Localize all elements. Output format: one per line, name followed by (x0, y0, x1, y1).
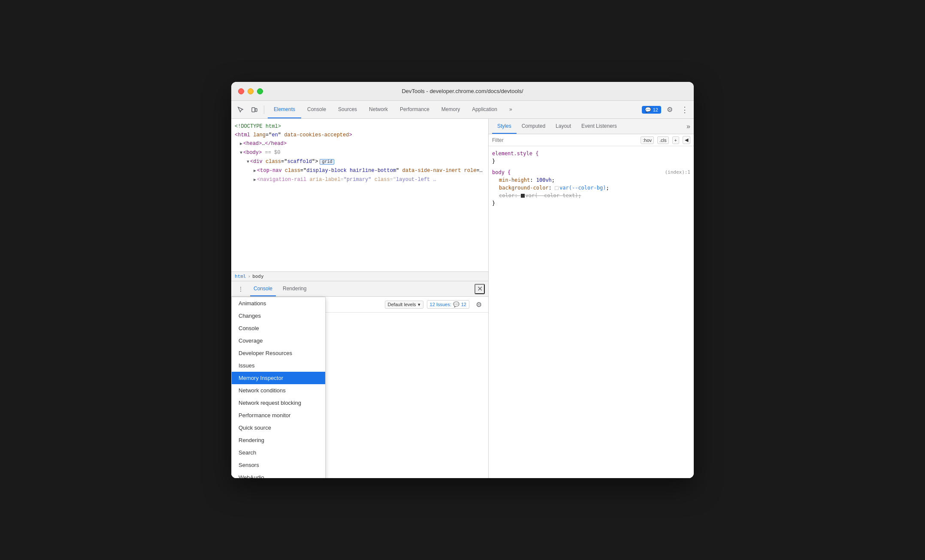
add-style-button[interactable]: + (672, 136, 679, 144)
window-title: DevTools - developer.chrome.com/docs/dev… (402, 88, 523, 94)
svg-rect-1 (255, 108, 257, 111)
close-drawer-button[interactable]: ✕ (475, 284, 485, 294)
hov-button[interactable]: :hov (641, 136, 654, 144)
console-settings-button[interactable]: ⚙ (473, 298, 485, 310)
top-toolbar: Elements Console Sources Network Perform… (231, 101, 694, 119)
drawer-dropdown: Animations Changes Console Coverage (231, 297, 326, 478)
levels-dropdown[interactable]: Default levels ▾ (385, 301, 423, 309)
dropdown-item-changes[interactable]: Changes (232, 310, 325, 322)
toolbar-divider (264, 105, 264, 114)
maximize-button[interactable] (257, 88, 263, 94)
title-bar: DevTools - developer.chrome.com/docs/dev… (231, 82, 694, 101)
bottom-panel: ⋮ Console Rendering ✕ Animations (231, 281, 488, 478)
tab-console[interactable]: Console (301, 101, 332, 118)
right-panel: Styles Computed Layout Event Listeners » (489, 119, 694, 478)
element-style-block: element.style { } (492, 150, 690, 165)
main-area: <!DOCTYPE html> <html lang="en" data-coo… (231, 119, 694, 478)
color-swatch-text[interactable] (521, 194, 525, 198)
dropdown-item-webaudio[interactable]: WebAudio (232, 471, 325, 478)
dropdown-item-console[interactable]: Console (232, 322, 325, 334)
devtools-window: DevTools - developer.chrome.com/docs/dev… (231, 82, 694, 478)
styles-content: element.style { } body { (index):1 (489, 146, 694, 478)
svg-rect-0 (252, 108, 255, 112)
inspect-element-button[interactable] (235, 104, 247, 116)
drawer-menu-button[interactable]: ⋮ (235, 283, 247, 295)
styles-tab-bar: Styles Computed Layout Event Listeners » (489, 119, 694, 134)
dom-line[interactable]: ▶<head>…</head> (231, 139, 488, 148)
dropdown-item-network-request-blocking[interactable]: Network request blocking (232, 397, 325, 409)
dom-line[interactable]: ▼<div class="scaffold">grid (231, 157, 488, 166)
tab-bar: Elements Console Sources Network Perform… (268, 101, 640, 118)
issues-icon-small: 💬 (453, 301, 459, 307)
dropdown-item-quick-source[interactable]: Quick source (232, 422, 325, 434)
dropdown-item-developer-resources[interactable]: Developer Resources (232, 347, 325, 359)
toolbar-right: 💬 12 ⚙ ⋮ (642, 104, 690, 116)
styles-tab-styles[interactable]: Styles (492, 119, 517, 134)
cls-button[interactable]: .cls (657, 136, 669, 144)
breadcrumb: html › body (231, 271, 488, 281)
bottom-tab-rendering[interactable]: Rendering (279, 281, 310, 296)
dropdown-item-animations[interactable]: Animations (232, 297, 325, 310)
chevron-down-icon: ▾ (418, 302, 420, 307)
bottom-tab-console[interactable]: Console (250, 281, 276, 296)
toggle-sidebar-button[interactable]: ◀ (683, 136, 690, 144)
issues-icon: 💬 (645, 107, 651, 113)
dom-line[interactable]: ▶<top-nav class="display-block hairline-… (231, 166, 488, 175)
dropdown-item-rendering[interactable]: Rendering (232, 434, 325, 446)
dropdown-item-performance-monitor[interactable]: Performance monitor (232, 409, 325, 422)
dom-line[interactable]: <html lang="en" data-cookies-accepted> (231, 131, 488, 139)
body-rule-block: body { (index):1 min-height: 100vh; back… (492, 169, 690, 207)
body-rule-props: min-height: 100vh; background-color: var… (492, 176, 690, 199)
tab-network[interactable]: Network (363, 101, 394, 118)
close-button[interactable] (238, 88, 244, 94)
console-issues-badge[interactable]: 12 Issues: 💬 12 (427, 300, 469, 309)
issues-badge[interactable]: 💬 12 (642, 106, 661, 114)
dropdown-item-network-conditions[interactable]: Network conditions (232, 384, 325, 397)
more-options-button[interactable]: ⋮ (678, 104, 690, 116)
dom-line: <!DOCTYPE html> (231, 122, 488, 131)
device-toolbar-button[interactable] (248, 104, 260, 116)
element-style-close: } (492, 157, 690, 165)
element-style-selector: element.style { (492, 150, 690, 157)
styles-tab-more[interactable]: » (686, 123, 690, 130)
breadcrumb-html[interactable]: html (235, 274, 246, 279)
devtools-panel: Elements Console Sources Network Perform… (231, 101, 694, 478)
tab-elements[interactable]: Elements (268, 101, 301, 118)
dropdown-item-search[interactable]: Search (232, 446, 325, 459)
color-swatch-bg[interactable] (555, 186, 559, 190)
tab-more[interactable]: » (503, 101, 518, 118)
left-panel: <!DOCTYPE html> <html lang="en" data-coo… (231, 119, 489, 478)
breadcrumb-body[interactable]: body (252, 274, 264, 279)
styles-filter-input[interactable] (492, 137, 637, 143)
dom-tree[interactable]: <!DOCTYPE html> <html lang="en" data-coo… (231, 119, 488, 271)
tab-sources[interactable]: Sources (332, 101, 363, 118)
tab-application[interactable]: Application (466, 101, 503, 118)
styles-tab-computed[interactable]: Computed (517, 119, 550, 134)
dropdown-item-issues[interactable]: Issues (232, 359, 325, 372)
dropdown-item-memory-inspector[interactable]: Memory Inspector (232, 372, 325, 384)
tab-memory[interactable]: Memory (435, 101, 466, 118)
dropdown-item-sensors[interactable]: Sensors (232, 459, 325, 471)
dropdown-item-coverage[interactable]: Coverage (232, 334, 325, 347)
dom-line[interactable]: ▼<body> == $0 (231, 148, 488, 157)
bottom-toolbar: ⋮ Console Rendering ✕ Animations (231, 281, 488, 297)
body-rule-selector-line: body { (index):1 (492, 169, 690, 176)
dom-line[interactable]: ▶<navigation-rail aria-label="primary" c… (231, 175, 488, 184)
styles-tab-event-listeners[interactable]: Event Listeners (576, 119, 622, 134)
traffic-lights (238, 88, 263, 94)
settings-button[interactable]: ⚙ (664, 104, 676, 116)
body-rule-close: } (492, 199, 690, 207)
tab-performance[interactable]: Performance (394, 101, 435, 118)
styles-filter-bar: :hov .cls + ◀ (489, 134, 694, 146)
minimize-button[interactable] (248, 88, 254, 94)
styles-tab-layout[interactable]: Layout (550, 119, 576, 134)
